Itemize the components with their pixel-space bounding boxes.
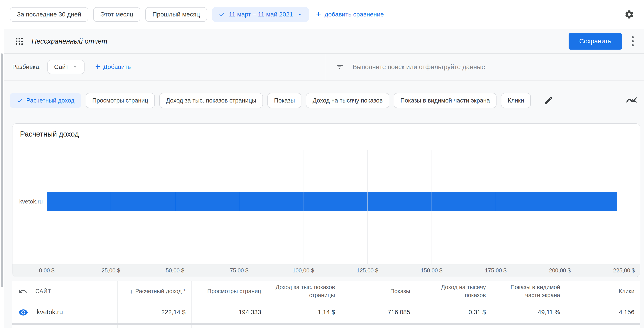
partial-row-cell bbox=[191, 325, 267, 328]
metric-chip[interactable]: Расчетный доход bbox=[10, 93, 81, 108]
undo-icon bbox=[18, 287, 27, 296]
column-label: Просмотры страниц bbox=[207, 287, 261, 295]
save-button[interactable]: Сохранить bbox=[568, 33, 622, 50]
plus-icon: + bbox=[95, 62, 100, 71]
partial-row-cell bbox=[416, 325, 492, 328]
column-label: Доход за тыс. показов страницы bbox=[273, 283, 335, 299]
gridline bbox=[432, 150, 432, 264]
x-axis-tick-label: 225,00 $ bbox=[613, 264, 635, 276]
x-axis-ticks: 0,00 $25,00 $50,00 $75,00 $100,00 $125,0… bbox=[47, 264, 624, 277]
add-comparison-label: добавить сравнение bbox=[324, 11, 384, 18]
column-label: САЙТ bbox=[35, 288, 51, 295]
column-label: Расчетный доход * bbox=[135, 287, 186, 295]
date-preset-button[interactable]: Этот месяц bbox=[93, 7, 140, 22]
chart-type-button[interactable] bbox=[626, 96, 637, 106]
breakdown-row: Разбивка: Сайт + Добавить bbox=[0, 53, 644, 80]
filter-icon bbox=[335, 62, 344, 72]
pencil-icon bbox=[544, 96, 554, 106]
metric-chips-group: Расчетный доходПросмотры страницДоход за… bbox=[10, 93, 531, 108]
value-cell: 4 156 bbox=[566, 301, 640, 323]
table-header-cell[interactable]: САЙТ bbox=[12, 281, 118, 301]
date-preset-button[interactable]: За последние 30 дней bbox=[10, 7, 88, 22]
x-axis-tick-label: 150,00 $ bbox=[421, 264, 442, 276]
x-axis-tick-label: 125,00 $ bbox=[356, 264, 378, 276]
chart-category-label: kvetok.ru bbox=[16, 198, 43, 205]
partial-row-cell bbox=[118, 325, 191, 328]
metric-chip-label: Просмотры страниц bbox=[92, 97, 148, 104]
edit-metrics-button[interactable] bbox=[544, 96, 554, 106]
table-header-row: САЙТ↓Расчетный доход *Просмотры страницД… bbox=[12, 281, 640, 301]
metric-chip[interactable]: Просмотры страниц bbox=[86, 93, 155, 108]
x-axis-tick-label: 25,00 $ bbox=[102, 264, 120, 276]
column-label: Показы в видимой части экрана bbox=[498, 283, 560, 299]
value-cell: 194 333 bbox=[191, 301, 267, 323]
metric-chip-label: Показы bbox=[274, 97, 295, 104]
metric-chip-label: Доход на тысячу показов bbox=[312, 97, 382, 104]
chevron-down-icon bbox=[72, 64, 78, 70]
metric-chip[interactable]: Клики bbox=[501, 93, 530, 108]
search-section bbox=[326, 54, 644, 80]
gridline bbox=[47, 150, 47, 264]
gear-icon bbox=[624, 10, 634, 19]
column-label: Доход на тысячу показов bbox=[422, 283, 486, 299]
vertical-scrollbar[interactable] bbox=[1, 53, 3, 287]
date-toolbar: За последние 30 днейЭтот месяцПрошлый ме… bbox=[0, 0, 644, 29]
partial-row-cell bbox=[267, 325, 341, 328]
breakdown-section: Разбивка: Сайт + Добавить bbox=[0, 54, 326, 80]
site-cell: kvetok.ru bbox=[12, 301, 118, 323]
x-axis-tick-label: 100,00 $ bbox=[292, 264, 314, 276]
table-header-cell[interactable]: Клики bbox=[566, 281, 640, 301]
table-header-cell[interactable]: Просмотры страниц bbox=[191, 281, 267, 301]
check-icon bbox=[218, 11, 225, 18]
settings-button[interactable] bbox=[624, 10, 634, 19]
gridline bbox=[560, 150, 560, 264]
table-header-cell[interactable]: Доход на тысячу показов bbox=[416, 281, 492, 301]
table-header-cell[interactable]: ↓Расчетный доход * bbox=[118, 281, 191, 301]
dimension-value: Сайт bbox=[54, 64, 68, 70]
table-row[interactable]: kvetok.ru222,14 $194 3331,14 $716 0850,3… bbox=[12, 301, 640, 323]
column-label: Показы bbox=[390, 287, 410, 295]
value-cell: 716 085 bbox=[341, 301, 416, 323]
partial-row-cell bbox=[492, 325, 566, 328]
visibility-eye-icon bbox=[18, 307, 28, 317]
partial-row-cell bbox=[566, 325, 640, 328]
search-input[interactable] bbox=[352, 63, 644, 71]
value-cell: 0,31 $ bbox=[416, 301, 492, 323]
report-menu-button[interactable] bbox=[15, 37, 24, 46]
table-header-cell[interactable]: Доход за тыс. показов страницы bbox=[267, 281, 341, 301]
date-range-chip[interactable]: 11 март – 11 май 2021 bbox=[212, 7, 309, 22]
trend-chart-icon bbox=[626, 96, 637, 106]
more-options-icon bbox=[632, 36, 634, 38]
metric-chip-label: Показы в видимой части экрана bbox=[400, 97, 490, 104]
table-body: kvetok.ru222,14 $194 3331,14 $716 0850,3… bbox=[12, 301, 640, 323]
date-preset-group: За последние 30 днейЭтот месяцПрошлый ме… bbox=[10, 7, 207, 22]
chevron-down-icon bbox=[297, 12, 303, 17]
report-header: Несохраненный отчет Сохранить bbox=[0, 29, 644, 53]
gridline bbox=[111, 150, 111, 264]
metric-chip-label: Клики bbox=[508, 97, 524, 104]
add-comparison-button[interactable]: + добавить сравнение bbox=[316, 11, 384, 18]
chart-card: Расчетный доход kvetok.ru 0,00 $25,00 $5… bbox=[12, 124, 640, 277]
metric-chip[interactable]: Доход за тыс. показов страницы bbox=[159, 93, 263, 108]
breakdown-label: Разбивка: bbox=[12, 64, 41, 70]
check-icon bbox=[16, 98, 23, 104]
value-cell: 222,14 $ bbox=[118, 301, 191, 323]
metric-chip[interactable]: Показы в видимой части экрана bbox=[394, 93, 496, 108]
table-header-cell[interactable]: Показы bbox=[341, 281, 416, 301]
adsense-report-screen: За последние 30 днейЭтот месяцПрошлый ме… bbox=[0, 0, 644, 328]
report-table: САЙТ↓Расчетный доход *Просмотры страницД… bbox=[12, 281, 640, 328]
date-range-label: 11 март – 11 май 2021 bbox=[229, 11, 293, 18]
bar-kvetok[interactable] bbox=[47, 192, 617, 211]
gridline bbox=[368, 150, 368, 264]
add-dimension-button[interactable]: + Добавить bbox=[95, 63, 131, 71]
date-preset-button[interactable]: Прошлый месяц bbox=[145, 7, 207, 22]
x-axis-tick-label: 50,00 $ bbox=[166, 264, 184, 276]
table-partial-row bbox=[12, 325, 640, 328]
more-options-button[interactable] bbox=[630, 35, 635, 48]
metric-chip[interactable]: Доход на тысячу показов bbox=[306, 93, 389, 108]
dimension-dropdown[interactable]: Сайт bbox=[48, 60, 84, 74]
table-header-cell[interactable]: Показы в видимой части экрана bbox=[492, 281, 566, 301]
x-axis-tick-label: 200,00 $ bbox=[549, 264, 570, 276]
value-cell: 49,11 % bbox=[492, 301, 566, 323]
metric-chip[interactable]: Показы bbox=[268, 93, 302, 108]
